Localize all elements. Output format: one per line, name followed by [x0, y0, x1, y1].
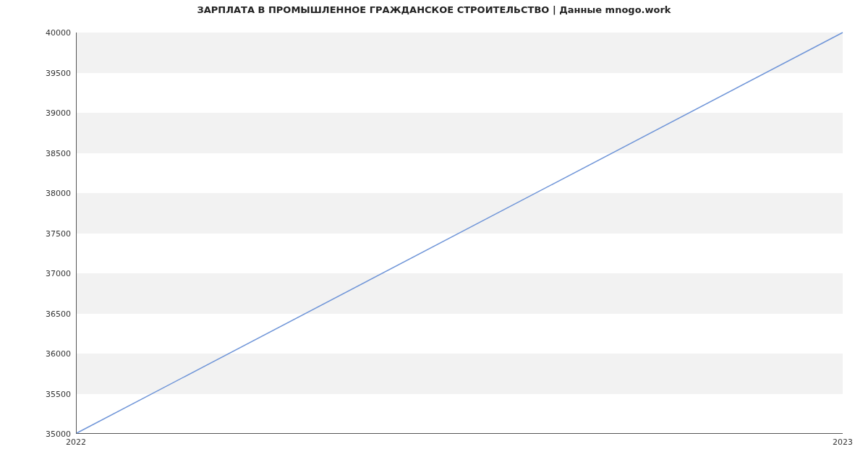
chart-title: ЗАРПЛАТА В ПРОМЫШЛЕННОЕ ГРАЖДАНСКОЕ СТРО…	[0, 4, 868, 15]
svg-line-0	[77, 33, 843, 433]
ytick-label: 38500	[27, 148, 71, 158]
ytick-label: 36500	[27, 309, 71, 318]
ytick-label: 36000	[27, 349, 71, 359]
ytick-label: 35000	[27, 430, 71, 439]
ytick-label: 37500	[27, 228, 71, 238]
salary-chart: ЗАРПЛАТА В ПРОМЫШЛЕННОЕ ГРАЖДАНСКОЕ СТРО…	[0, 0, 868, 470]
ytick-label: 39000	[27, 108, 71, 118]
ytick-label: 40000	[27, 28, 71, 38]
ytick-label: 35500	[27, 389, 71, 398]
plot-area	[76, 33, 843, 434]
ytick-label: 39500	[27, 68, 71, 77]
line-series	[77, 33, 843, 433]
ytick-label: 38000	[27, 189, 71, 198]
xtick-label: 2022	[66, 437, 86, 447]
ytick-label: 37000	[27, 269, 71, 278]
xtick-label: 2023	[833, 437, 853, 447]
